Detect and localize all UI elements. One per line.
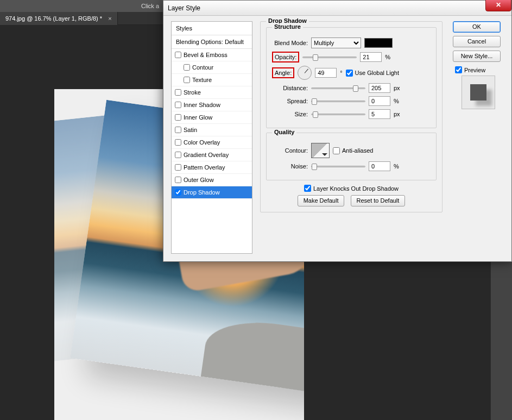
dialog-right-column: OK Cancel New Style... Preview [453, 21, 504, 109]
style-label: Texture [192, 77, 212, 83]
distance-unit: px [394, 85, 400, 91]
style-label: Stroke [184, 89, 201, 96]
quality-legend: Quality [272, 129, 296, 135]
cancel-button[interactable]: Cancel [453, 36, 501, 47]
contour-label: Contour: [272, 147, 308, 154]
style-label: Contour [192, 64, 213, 71]
style-label: Outer Glow [184, 177, 214, 183]
blend-mode-label: Blend Mode: [272, 40, 308, 46]
blend-mode-select[interactable]: Multiply [311, 37, 361, 48]
size-input[interactable] [369, 109, 390, 119]
style-checkbox[interactable] [184, 77, 190, 83]
preview-label: Preview [464, 67, 485, 73]
style-row-inner-shadow[interactable]: Inner Shadow [172, 99, 252, 111]
distance-label: Distance: [272, 85, 308, 91]
distance-input[interactable] [369, 83, 390, 93]
layer-style-dialog: Layer Style ✕ Styles Blending Options: D… [163, 0, 512, 262]
knockout-label: Layer Knocks Out Drop Shadow [313, 185, 399, 192]
style-checkbox[interactable] [175, 89, 181, 96]
angle-label: Angle: [272, 67, 294, 78]
close-icon[interactable]: × [108, 15, 111, 22]
size-label: Size: [272, 111, 308, 117]
style-row-outer-glow[interactable]: Outer Glow [172, 174, 252, 186]
dialog-title: Layer Style [168, 4, 200, 12]
opacity-slider[interactable] [302, 57, 357, 58]
angle-input[interactable] [315, 68, 337, 78]
style-row-texture[interactable]: Texture [172, 74, 252, 86]
noise-slider[interactable] [311, 166, 365, 167]
styles-panel: Styles Blending Options: Default Bevel &… [171, 21, 252, 254]
app-titlebar-fragment: Click a [141, 3, 159, 9]
new-style-button[interactable]: New Style... [453, 51, 501, 62]
shadow-color-swatch[interactable] [364, 38, 393, 48]
blending-options-row[interactable]: Blending Options: Default [172, 35, 252, 49]
style-label: Gradient Overlay [184, 152, 229, 158]
style-row-inner-glow[interactable]: Inner Glow [172, 111, 252, 124]
style-checkbox[interactable] [175, 127, 181, 133]
spread-slider[interactable] [311, 101, 365, 102]
contour-picker[interactable] [311, 143, 330, 158]
styles-header[interactable]: Styles [172, 22, 252, 35]
opacity-label: Opacity: [272, 52, 299, 62]
angle-dial[interactable] [298, 66, 312, 80]
style-checkbox[interactable] [184, 64, 190, 71]
style-checkbox[interactable] [175, 177, 181, 183]
style-row-stroke[interactable]: Stroke [172, 86, 252, 99]
style-row-color-overlay[interactable]: Color Overlay [172, 136, 252, 149]
preview-checkbox[interactable]: Preview [455, 66, 504, 73]
spread-label: Spread: [272, 98, 308, 104]
style-label: Satin [184, 127, 197, 133]
style-row-gradient-overlay[interactable]: Gradient Overlay [172, 149, 252, 161]
style-row-pattern-overlay[interactable]: Pattern Overlay [172, 161, 252, 174]
style-checkbox[interactable] [175, 189, 181, 196]
window-close-button[interactable]: ✕ [485, 0, 511, 11]
spread-input[interactable] [369, 96, 390, 106]
anti-aliased-checkbox[interactable]: Anti-aliased [333, 147, 373, 154]
preview-swatch [462, 76, 495, 109]
opacity-unit: % [385, 54, 390, 60]
style-label: Color Overlay [184, 139, 220, 146]
style-row-bevel-emboss[interactable]: Bevel & Emboss [172, 49, 252, 61]
opacity-input[interactable] [360, 52, 382, 62]
structure-legend: Structure [272, 23, 303, 30]
use-global-light-label: Use Global Light [355, 70, 399, 76]
style-checkbox[interactable] [175, 114, 181, 121]
size-unit: px [394, 111, 400, 117]
style-checkbox[interactable] [175, 139, 181, 146]
reset-default-button[interactable]: Reset to Default [351, 195, 406, 206]
document-tab-label: 974.jpg @ 16.7% (Layer 1, RGB/8) * [5, 15, 102, 22]
style-label: Bevel & Emboss [184, 52, 227, 58]
style-label: Inner Glow [184, 114, 212, 121]
noise-unit: % [394, 163, 399, 170]
use-global-light-checkbox[interactable]: Use Global Light [346, 70, 399, 77]
distance-slider[interactable] [311, 87, 365, 89]
noise-label: Noise: [272, 163, 308, 170]
angle-unit: ° [340, 70, 342, 76]
anti-aliased-label: Anti-aliased [342, 147, 373, 154]
ok-button[interactable]: OK [453, 21, 501, 33]
document-tab[interactable]: 974.jpg @ 16.7% (Layer 1, RGB/8) * × [0, 12, 118, 25]
noise-input[interactable] [369, 161, 390, 171]
size-slider[interactable] [311, 114, 365, 115]
style-label: Pattern Overlay [184, 164, 225, 171]
style-checkbox[interactable] [175, 164, 181, 171]
knockout-checkbox[interactable]: Layer Knocks Out Drop Shadow [304, 185, 399, 192]
style-checkbox[interactable] [175, 102, 181, 108]
spread-unit: % [394, 98, 399, 104]
dialog-titlebar[interactable]: Layer Style ✕ [163, 1, 511, 16]
style-label: Inner Shadow [184, 102, 220, 108]
style-checkbox[interactable] [175, 152, 181, 158]
style-row-contour[interactable]: Contour [172, 61, 252, 74]
style-row-drop-shadow[interactable]: Drop Shadow [172, 186, 252, 199]
make-default-button[interactable]: Make Default [298, 195, 345, 206]
drop-shadow-settings: Drop Shadow Structure Blend Mode: Multip… [260, 21, 443, 268]
style-row-satin[interactable]: Satin [172, 124, 252, 136]
style-checkbox[interactable] [175, 52, 181, 58]
style-label: Drop Shadow [184, 189, 220, 196]
